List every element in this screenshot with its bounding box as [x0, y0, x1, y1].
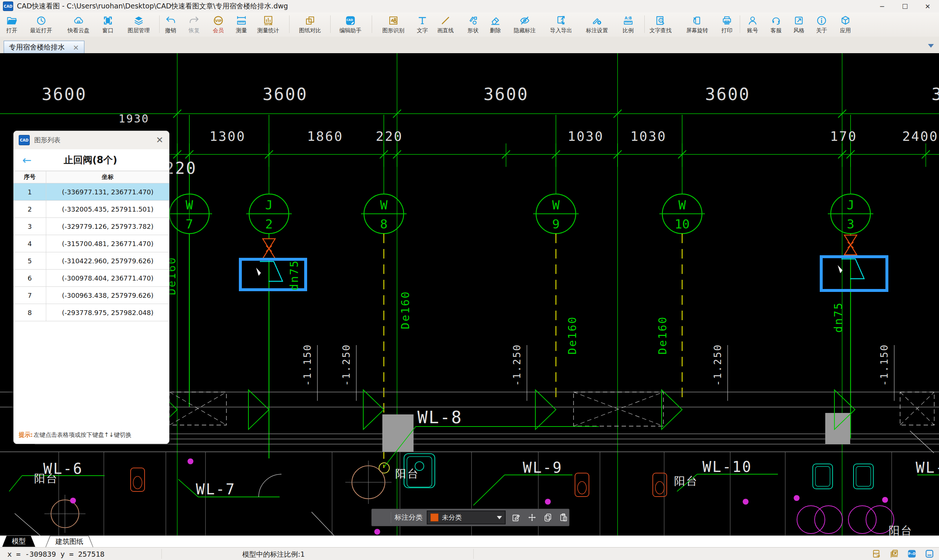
annotation-classify-bar: 标注分类 未分类 [372, 509, 569, 526]
table-row[interactable]: 4(-315700.481, 236771.470) [14, 235, 169, 252]
move-annotation-icon[interactable] [527, 512, 538, 523]
cad-text-label: 3600 [484, 85, 529, 104]
cad-text-label: 1030 [631, 129, 667, 144]
print-icon [721, 14, 733, 27]
classify-grid-icon[interactable] [377, 512, 387, 523]
tab-close-icon[interactable]: × [73, 43, 79, 52]
toolbar-item-impexp[interactable]: 导入导出 [543, 14, 580, 34]
toolbar-item-label: 会员 [213, 27, 224, 34]
line-icon [439, 14, 452, 27]
row-index: 8 [14, 304, 46, 321]
export-pdf-icon[interactable]: PDF [871, 548, 882, 559]
toolbar-item-find-text[interactable]: A文字查找 [642, 14, 679, 34]
layout-tab-active[interactable]: 模型 [2, 536, 35, 547]
toilet-fixture [653, 473, 667, 497]
cad-text-label: 3600 [932, 85, 939, 104]
row-coordinate: (-310422.960, 257979.626) [46, 252, 169, 269]
table-row[interactable]: 6(-300978.404, 236771.470) [14, 269, 169, 287]
toolbar-item-label: 窗口 [102, 27, 113, 34]
toolbar-item-label: 应用 [840, 27, 851, 34]
row-index: 4 [14, 235, 46, 252]
impexp-icon [555, 14, 567, 27]
cad-text-label: WL-10 [702, 458, 752, 475]
toolbar-item-label: 文字查找 [649, 27, 672, 34]
copy-annotation-icon[interactable] [542, 512, 554, 523]
svg-text:P→D: P→D [908, 552, 916, 555]
svg-text:A:B: A:B [624, 16, 632, 20]
svg-text:PDF: PDF [874, 552, 879, 555]
row-coordinate: (-315700.481, 236771.470) [46, 235, 169, 252]
valve-symbol [844, 235, 857, 245]
recent-icon [35, 14, 47, 27]
vip-icon: VIP [212, 14, 225, 27]
divider [330, 15, 331, 33]
paste-annotation-icon[interactable] [558, 512, 569, 523]
frame-view-icon[interactable] [924, 548, 935, 559]
table-row[interactable]: 7(-300963.438, 257979.626) [14, 287, 169, 304]
document-tab-bar: 专用宿舍楼给排水 × [0, 37, 939, 53]
batch-export-pdf-icon[interactable]: PDF [888, 548, 900, 559]
cad-text-label: 220 [376, 129, 403, 144]
toolbar-item-label: 屏幕旋转 [686, 27, 708, 34]
selection-highlight-box[interactable] [821, 257, 887, 291]
undo-icon [164, 14, 177, 27]
cad-text-label: dn75 [832, 302, 845, 332]
table-row[interactable]: 2(-332005.435, 257911.501) [14, 201, 169, 218]
divider [372, 15, 372, 33]
panel-title: 图形列表 [34, 136, 60, 145]
toolbar-item-stats[interactable]: 测量统计 [250, 14, 287, 34]
table-row[interactable]: 1(-336977.131, 236771.470) [14, 183, 169, 201]
svg-text:J: J [265, 198, 273, 212]
table-row[interactable]: 8(-293778.975, 257982.048) [14, 304, 169, 321]
panel-logo-icon: CAD [19, 135, 30, 145]
divider [473, 549, 474, 559]
toolbar-item-assistant[interactable]: CAD编辑助手 [332, 14, 369, 34]
toolbar-item-compare[interactable]: 图纸对比 [292, 14, 328, 34]
classify-label: 标注分类 [395, 513, 422, 522]
check-valve-symbol [841, 259, 864, 279]
table-row[interactable]: 5(-310422.960, 257979.626) [14, 252, 169, 269]
toolbar-item-layers[interactable]: 图层管理 [120, 14, 157, 34]
title-bar: CAD CAD快速看图 - C:\Users\ruohan\Desktop\CA… [0, 0, 939, 13]
divider [391, 512, 391, 523]
cad-text-label: 3600 [42, 85, 87, 104]
text-icon [416, 14, 429, 27]
cad-text-label: 1930 [119, 112, 150, 125]
toolbar-item-label: 风格 [793, 27, 804, 34]
window-title: CAD快速看图 - C:\Users\ruohan\Desktop\CAD快速看… [17, 2, 288, 11]
toolbar-item-hide-note[interactable]: 隐藏标注 [506, 14, 543, 34]
toolbar-item-label: 打开 [6, 27, 17, 34]
classify-dropdown[interactable]: 未分类 [427, 511, 506, 525]
layout-tab-label: 建筑图纸 [46, 536, 93, 547]
maximize-button[interactable]: ☐ [893, 0, 916, 12]
layout-tab-inactive[interactable]: 建筑图纸 [46, 536, 93, 547]
cad-text-label: De160 [399, 291, 412, 329]
app-window: CAD CAD快速看图 - C:\Users\ruohan\Desktop\CA… [0, 0, 939, 560]
svg-text:7: 7 [186, 217, 193, 231]
svg-text:W: W [552, 198, 560, 212]
toolbar-item-label: 隐藏标注 [514, 27, 536, 34]
divider [159, 15, 160, 33]
divider [162, 549, 162, 559]
document-tab[interactable]: 专用宿舍楼给排水 × [4, 41, 85, 54]
toolbar-item-label: 测量统计 [257, 27, 279, 34]
panel-subheader: ← 止回阀(8个) [14, 149, 169, 171]
cad-text-label: WL-9 [523, 459, 563, 476]
close-button[interactable]: ✕ [916, 0, 939, 12]
pdf-to-dwg-icon[interactable]: P→D [906, 548, 918, 559]
app-logo-icon: CAD [3, 2, 13, 11]
back-arrow-icon[interactable]: ← [22, 154, 32, 166]
cad-text-label: -1.250 [341, 344, 352, 386]
panel-close-icon[interactable]: ✕ [156, 135, 163, 145]
edit-annotation-icon[interactable] [511, 512, 522, 523]
table-row[interactable]: 3(-329779.126, 257973.782) [14, 218, 169, 235]
toolbar-item-scale[interactable]: A:B比例 [610, 14, 646, 34]
toolbar-item-recent[interactable]: 最近打开 [23, 14, 59, 34]
redo-icon [188, 14, 200, 27]
panel-header[interactable]: CAD 图形列表 ✕ [14, 131, 169, 149]
toolbar-item-apps[interactable]: 应用 [827, 14, 864, 34]
minimize-button[interactable]: ─ [871, 0, 893, 12]
toolbar-item-label: 恢复 [189, 27, 200, 34]
toolbar-item-label: 文字 [417, 27, 428, 34]
tabbar-dropdown-icon[interactable] [928, 44, 934, 48]
